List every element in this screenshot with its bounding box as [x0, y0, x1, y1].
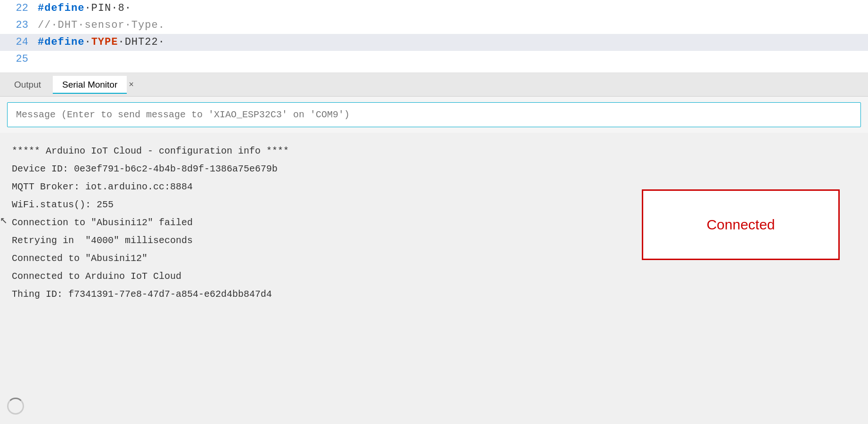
connected-label: Connected: [706, 217, 775, 233]
line-number-24: 24: [0, 35, 38, 50]
code-line-24: 24 #define·TYPE·DHT22·: [0, 34, 868, 51]
code-line-23: 23 //·DHT·sensor·Type.: [0, 17, 868, 34]
message-input[interactable]: [7, 102, 861, 127]
serial-line-9: Thing ID: f7341391-77e8-47d7-a854-e62d4b…: [12, 285, 856, 303]
serial-line-8: Connected to Arduino IoT Cloud: [12, 268, 856, 285]
keyword-define-2: #define: [38, 36, 84, 48]
line-number-22: 22: [0, 1, 38, 16]
tab-serial-monitor-container: Serial Monitor ×: [53, 76, 134, 94]
code-content-24: #define·TYPE·DHT22·: [38, 35, 165, 50]
keyword-type: TYPE: [91, 36, 118, 48]
tab-serial-monitor[interactable]: Serial Monitor: [53, 76, 127, 94]
serial-line-2: Device ID: 0e3ef791-b6c2-4b4b-8d9f-1386a…: [12, 160, 856, 178]
code-line-22: 22 #define·PIN·8·: [0, 0, 868, 17]
loading-icon: [7, 398, 24, 415]
tab-output[interactable]: Output: [5, 76, 50, 94]
connected-box: Connected: [642, 189, 840, 260]
code-editor: 22 #define·PIN·8· 23 //·DHT·sensor·Type.…: [0, 0, 868, 73]
code-content-22: #define·PIN·8·: [38, 1, 131, 16]
message-input-wrapper: [0, 97, 868, 133]
keyword-define: #define: [38, 2, 84, 14]
code-line-25: 25: [0, 51, 868, 68]
line-number-23: 23: [0, 18, 38, 33]
code-content-23: //·DHT·sensor·Type.: [38, 18, 165, 33]
bottom-panel: Output Serial Monitor × ***** Arduino Io…: [0, 73, 868, 424]
serial-line-1: ***** Arduino IoT Cloud - configuration …: [12, 142, 856, 160]
tab-close-icon[interactable]: ×: [129, 80, 134, 90]
serial-output: ***** Arduino IoT Cloud - configuration …: [0, 133, 868, 313]
line-number-25: 25: [0, 52, 38, 67]
tab-bar: Output Serial Monitor ×: [0, 73, 868, 97]
